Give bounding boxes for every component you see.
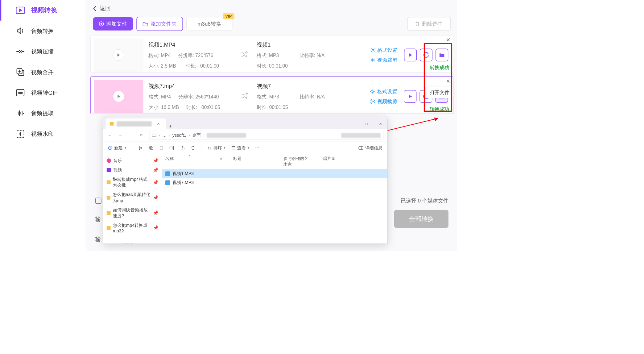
address-bar[interactable]: ›… ›yssoft1 ›桌面 › <box>149 131 384 140</box>
col-num[interactable]: # <box>220 156 233 167</box>
src-format: 格式: MP4 <box>148 52 171 59</box>
video-crop-link[interactable]: 视频裁剪 <box>370 56 398 63</box>
window-minimize-button[interactable]: − <box>345 119 359 129</box>
tab-close-button[interactable]: ✕ <box>155 122 162 126</box>
view-button[interactable]: ☰查看▾ <box>231 145 249 151</box>
sidebar-music[interactable]: 音乐📌 <box>103 156 162 165</box>
details-button[interactable]: 详细信息 <box>358 145 382 151</box>
video-icon <box>107 168 111 172</box>
more-button[interactable]: ⋯ <box>255 145 259 150</box>
share-button[interactable] <box>180 146 185 150</box>
play-button[interactable] <box>404 90 416 103</box>
status-success: 转换成功 <box>430 106 449 112</box>
new-button[interactable]: 新建▾ <box>108 145 126 151</box>
sidebar-label: 视频水印 <box>31 130 54 138</box>
convert-all-button[interactable]: 全部转换 <box>394 210 448 228</box>
format-setting-link[interactable]: 格式设置 <box>370 47 398 53</box>
nav-back-button[interactable]: ← <box>107 132 113 138</box>
sidebar-cloud[interactable]: ›小米云盘 <box>103 241 162 244</box>
open-folder-button[interactable] <box>436 49 448 61</box>
col-title[interactable]: 标题 <box>233 156 283 167</box>
music-icon <box>107 158 111 163</box>
column-headers[interactable]: 名称 ▲ # 标题 参与创作的艺术家 唱片集 <box>162 154 387 169</box>
delete-selected-button[interactable]: 删除选中 <box>407 17 451 31</box>
media-row[interactable]: ✕ 视频7.mp4 格式: MP4 分辨率: 2560*1440 大小: 16.… <box>90 77 453 114</box>
delete-button[interactable] <box>191 146 195 150</box>
sidebar-folder[interactable]: 如何调快音频播放速度?📌 <box>103 205 162 221</box>
details-icon <box>358 146 363 149</box>
dst-duration: 时长: 00:01:05 <box>257 104 288 110</box>
breadcrumb[interactable]: yssoft1 <box>172 133 186 138</box>
dest-filename: 视频7 <box>257 82 338 90</box>
sidebar-item-video-convert[interactable]: 视频转换 <box>0 0 85 21</box>
explorer-titlebar[interactable]: ✕ + − □ ✕ <box>103 116 387 129</box>
rename-button[interactable] <box>170 146 175 150</box>
media-row[interactable]: ✕ 视频1.MP4 格式: MP4 分辨率: 720*576 大小: 2.5 M… <box>90 35 453 73</box>
select-all-checkbox[interactable] <box>95 198 101 204</box>
vip-badge: VIP <box>223 13 234 19</box>
nav-refresh-button[interactable]: ⟳ <box>138 132 144 138</box>
svg-rect-24 <box>170 147 173 149</box>
gear-icon <box>370 89 375 94</box>
col-artist[interactable]: 参与创作的艺术家 <box>283 156 323 167</box>
src-size: 大小: 16.0 MB <box>149 104 179 110</box>
file-item[interactable]: 视频7.MP3 <box>162 178 387 187</box>
sidebar-video[interactable]: 视频📌 <box>103 165 162 175</box>
clipboard-icon <box>159 146 163 150</box>
format-setting-link[interactable]: 格式设置 <box>370 88 397 95</box>
sidebar-item-watermark[interactable]: 视频水印 <box>0 123 85 144</box>
window-maximize-button[interactable]: □ <box>359 119 373 129</box>
sidebar-item-video-compress[interactable]: 视频压缩 <box>0 41 85 62</box>
file-item[interactable]: 视频1.MP3 <box>162 169 387 178</box>
nav-forward-button[interactable]: → <box>118 132 123 138</box>
new-tab-button[interactable]: + <box>166 123 175 129</box>
add-file-button[interactable]: 添加文件 <box>93 17 133 31</box>
tab-title-blurred <box>117 121 152 127</box>
svg-rect-16 <box>152 134 156 136</box>
add-folder-button[interactable]: 添加文件夹 <box>136 17 183 31</box>
svg-point-6 <box>372 49 374 51</box>
sidebar-folder[interactable]: 怎么把mp4转换成mp3?📌 <box>103 221 162 235</box>
toolbar: 添加文件 添加文件夹 m3u8转换 VIP 删除选中 <box>86 15 457 35</box>
sidebar-label: 音频提取 <box>31 110 54 117</box>
sidebar-item-audio-extract[interactable]: 音频提取 <box>0 103 85 124</box>
sidebar-label: 视频合并 <box>31 68 54 76</box>
sidebar-folder[interactable]: 怎么把aac音频转化为mp📌 <box>103 190 162 206</box>
video-convert-icon <box>16 6 25 15</box>
rename-icon <box>170 146 175 150</box>
cut-button[interactable] <box>138 146 143 150</box>
thumbnail[interactable] <box>94 80 143 113</box>
explorer-tab[interactable]: ✕ <box>106 119 166 129</box>
sort-button[interactable]: ↑↓排序▾ <box>207 145 225 151</box>
pin-icon: 📌 <box>153 158 159 163</box>
gif-icon: GIF <box>16 88 25 97</box>
sidebar-item-audio-convert[interactable]: 音频转换 <box>0 21 85 41</box>
file-list: ✕ 视频1.MP4 格式: MP4 分辨率: 720*576 大小: 2.5 M… <box>86 35 457 114</box>
compress-icon <box>16 47 25 56</box>
col-name[interactable]: 名称 <box>165 156 220 167</box>
sidebar-folder[interactable]: flv转换成mp4格式怎么批📌 <box>103 175 162 190</box>
row-close-button[interactable]: ✕ <box>446 37 450 43</box>
sidebar-item-video-gif[interactable]: GIF 视频转GIF <box>0 82 85 103</box>
copy-button[interactable] <box>149 146 153 150</box>
play-button[interactable] <box>404 49 417 61</box>
thumbnail[interactable] <box>94 39 143 71</box>
sidebar-item-video-merge[interactable]: 视频合并 <box>0 62 85 82</box>
nav-up-button[interactable]: ↑ <box>128 132 134 138</box>
col-album[interactable]: 唱片集 <box>323 156 349 167</box>
window-close-button[interactable]: ✕ <box>374 119 387 129</box>
paste-button[interactable] <box>159 146 163 150</box>
retry-button[interactable] <box>420 49 432 61</box>
back-button[interactable]: 返回 <box>86 0 457 15</box>
breadcrumb-blurred <box>207 133 246 138</box>
add-file-label: 添加文件 <box>106 20 127 27</box>
m3u8-button[interactable]: m3u8转换 VIP <box>186 17 232 31</box>
source-filename: 视频7.mp4 <box>149 82 232 90</box>
explorer-navbar: ← → ↑ ⟳ ›… ›yssoft1 ›桌面 › <box>103 129 387 142</box>
scissors-icon <box>370 99 375 104</box>
row-close-button[interactable]: ✕ <box>446 78 450 84</box>
video-crop-link[interactable]: 视频裁剪 <box>370 98 397 105</box>
pin-icon: 📌 <box>153 167 159 173</box>
breadcrumb[interactable]: 桌面 <box>192 132 201 138</box>
svg-point-9 <box>372 91 374 93</box>
